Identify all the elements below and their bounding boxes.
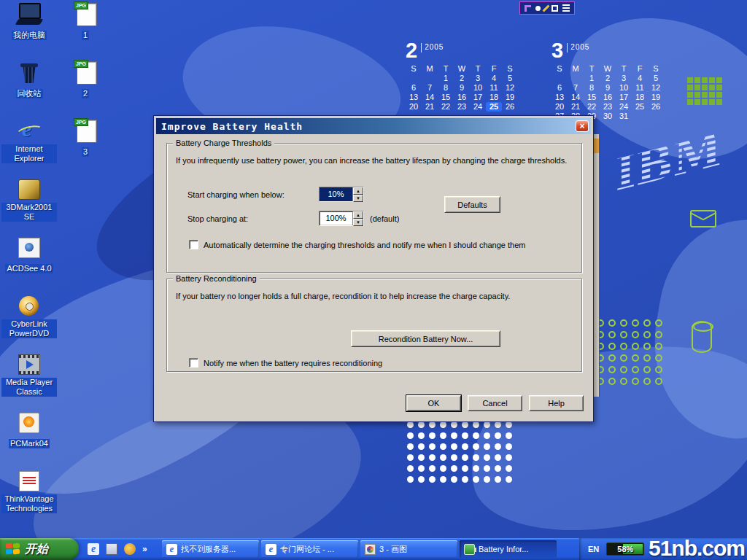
desktop-icon-acdsee[interactable]: ACDSee 4.0	[1, 236, 57, 274]
dialog-titlebar[interactable]: Improve Battery Health ×	[156, 118, 591, 134]
quicklaunch-show-desktop-icon[interactable]	[106, 543, 117, 555]
spin-down-icon[interactable]: ▼	[353, 195, 363, 202]
ie-icon	[266, 544, 276, 555]
calendar-day: 19	[648, 93, 664, 102]
quicklaunch-media-icon[interactable]	[124, 543, 136, 555]
desktop-icon-label: 1	[82, 31, 89, 40]
desktop-icon-label: 2	[82, 89, 89, 98]
stop-charging-label: Stop charging at:	[187, 214, 248, 223]
quicklaunch-chevron-icon[interactable]: »	[142, 544, 147, 554]
calendar-day-header: T	[616, 64, 632, 74]
calendar-day: 11	[632, 83, 648, 93]
calendar-day: 18	[632, 93, 648, 102]
paint-icon	[365, 544, 376, 555]
phone-icon[interactable]	[525, 5, 531, 12]
auto-determine-label: Automatically determine the charging thr…	[204, 241, 525, 249]
calendar-day: 25	[632, 102, 648, 112]
group-legend: Battery Reconditioning	[173, 274, 260, 283]
my-computer-icon	[16, 3, 42, 26]
desktop-icon-thinkvantage[interactable]: ThinkVantage Technologies	[1, 470, 57, 514]
start-label: 开始	[25, 542, 48, 557]
calendar-day: 9	[600, 83, 616, 93]
calendar-day	[648, 112, 664, 121]
calendar-day: 19	[502, 93, 518, 102]
calendar-day: 7	[422, 83, 438, 93]
calendar-day: 22	[438, 102, 454, 112]
desktop-icon-mark3d[interactable]: 3DMark2001 SE	[1, 178, 57, 222]
calendar-day: 9	[454, 83, 470, 93]
desktop-icon-jpg-2[interactable]: 2	[69, 61, 102, 99]
calendar-year: 2005	[425, 43, 444, 51]
spin-up-icon[interactable]: ▲	[353, 211, 363, 219]
taskbar-tasks: 找不到服务器...专门网论坛 - ...3 - 画图Battery Infor.…	[162, 540, 557, 558]
calendar-day: 2	[600, 74, 616, 83]
calendar-day: 16	[600, 93, 616, 102]
calendar-day: 20	[406, 102, 422, 112]
calendar-day: 5	[648, 74, 664, 83]
calendar-day: 17	[616, 93, 632, 102]
battery-indicator[interactable]: 58%	[606, 542, 644, 556]
grid-icon[interactable]	[562, 4, 570, 12]
calendar-day-header: M	[568, 64, 584, 74]
taskbar-task[interactable]: 专门网论坛 - ...	[261, 540, 358, 558]
desktop-mini-toolbar[interactable]	[519, 1, 575, 15]
record-icon[interactable]	[535, 6, 541, 11]
desktop-icon-internet-explorer[interactable]: Internet Explorer	[1, 120, 57, 164]
taskbar-task[interactable]: 找不到服务器...	[162, 540, 259, 558]
powerdvd-icon	[16, 295, 42, 318]
stop-charging-value[interactable]: 100%	[320, 211, 352, 225]
calendar-day-header: T	[470, 64, 486, 74]
calendar-day: 13	[551, 93, 568, 102]
language-indicator[interactable]: EN	[588, 545, 599, 553]
start-charging-spinner[interactable]: 10% ▲ ▼	[319, 187, 364, 202]
close-button[interactable]: ×	[576, 120, 589, 132]
dialog-title: Improve Battery Health	[161, 121, 576, 132]
calendar-day: 13	[406, 93, 422, 102]
media-player-classic-icon	[16, 353, 42, 376]
window-icon[interactable]	[551, 5, 558, 12]
calendar-day: 20	[551, 102, 568, 112]
spin-down-icon[interactable]: ▼	[353, 219, 363, 226]
desktop-icon-media-player-classic[interactable]: Media Player Classic	[1, 353, 57, 397]
desktop-icon-pcmark04[interactable]: PCMark04	[1, 411, 57, 449]
thresholds-description: If you infrequently use battery power, y…	[176, 156, 567, 165]
calendar-day	[406, 74, 422, 83]
task-label: 找不到服务器...	[181, 544, 236, 555]
calendar-day: 17	[470, 93, 486, 102]
calendar-day: 3	[616, 74, 632, 83]
auto-determine-checkbox[interactable]	[189, 240, 198, 249]
calendar-day: 14	[568, 93, 584, 102]
calendar-day: 25	[486, 102, 502, 112]
cancel-button[interactable]: Cancel	[468, 395, 522, 411]
recondition-battery-button[interactable]: Recondition Battery Now...	[351, 330, 500, 347]
windows-logo-icon	[6, 543, 20, 556]
calendar-day: 1	[584, 74, 600, 83]
calendar-day-header: F	[632, 64, 648, 74]
stop-charging-spinner[interactable]: 100% ▲ ▼	[319, 211, 364, 226]
quicklaunch-ie-icon[interactable]	[88, 543, 99, 555]
desktop-icon-my-computer[interactable]: 我的电脑	[1, 3, 57, 41]
pen-icon[interactable]	[543, 4, 550, 12]
calendar-day-header: W	[600, 64, 616, 74]
start-charging-value[interactable]: 10%	[320, 187, 352, 201]
desktop-icon-label: CyberLink PowerDVD	[1, 319, 57, 338]
start-button[interactable]: 开始	[0, 538, 79, 560]
calendar-month: 3	[551, 40, 563, 61]
calendar-day: 12	[648, 83, 664, 93]
dialog-buttons: OK Cancel Help	[406, 395, 584, 411]
desktop-icon-powerdvd[interactable]: CyberLink PowerDVD	[1, 295, 57, 339]
taskbar-task[interactable]: 3 - 画图	[360, 540, 457, 558]
mark3d-icon	[16, 178, 42, 201]
desktop-icon-jpg-3[interactable]: 3	[69, 120, 102, 158]
calendar-day-header: S	[406, 64, 422, 74]
help-button[interactable]: Help	[529, 395, 584, 411]
calendar-day: 10	[616, 83, 632, 93]
notify-recondition-checkbox[interactable]	[189, 358, 198, 368]
spin-up-icon[interactable]: ▲	[353, 187, 363, 195]
defaults-button[interactable]: Defaults	[444, 196, 500, 213]
calendar-day: 6	[406, 83, 422, 93]
ok-button[interactable]: OK	[406, 395, 461, 411]
desktop-icon-jpg-1[interactable]: 1	[69, 3, 102, 41]
desktop-icon-recycle-bin[interactable]: 回收站	[1, 61, 57, 99]
taskbar-task[interactable]: Battery Infor...	[460, 540, 557, 558]
